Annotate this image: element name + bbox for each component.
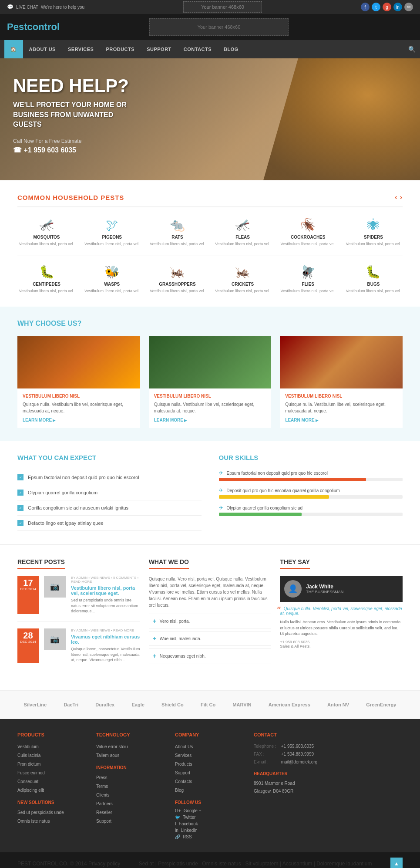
why-card-subtitle-1: VESTIBULUM LIBERO NISL bbox=[23, 394, 135, 399]
skill-bar-fill bbox=[219, 478, 366, 481]
pest-desc: Vestibulum libero nisl, porta vel. bbox=[214, 241, 272, 247]
linkedin-icon[interactable]: in bbox=[393, 3, 402, 11]
nav-blog[interactable]: BLOG bbox=[218, 40, 245, 58]
why-card-text-1: Quisque nulla. Vestibulum libe vel, scel… bbox=[23, 401, 135, 414]
learn-more-2[interactable]: LEARN MORE bbox=[154, 418, 266, 422]
post-text: Quisque lorem, consectetur. Vestibulum l… bbox=[71, 646, 140, 663]
pest-icon: 🐛 bbox=[344, 265, 403, 279]
expect-text: Epsum factorial non deposit quid pro quo… bbox=[28, 475, 139, 480]
pest-item-bugs[interactable]: 🐛 BUGS Vestibulum libero nisl, porta vel… bbox=[344, 265, 403, 294]
what-item[interactable]: +Wue nisl, malesuada. bbox=[149, 631, 272, 646]
footer-link[interactable]: Terms bbox=[96, 782, 166, 791]
footer-link[interactable]: Products bbox=[175, 760, 245, 769]
logo[interactable]: Pestcontrol bbox=[7, 21, 60, 33]
pest-item-grasshoppers[interactable]: 🦗 GRASSHOPPERS Vestibulum libero nisl, p… bbox=[148, 265, 206, 294]
hero-cta: Call Now For a Free Estimate ☎ +1 959 60… bbox=[13, 138, 129, 154]
footer-link[interactable]: Pron dictum bbox=[17, 760, 87, 769]
what-item[interactable]: +Nequevamus eget nibh. bbox=[149, 648, 272, 663]
pest-item-centipedes[interactable]: 🐛 CENTIPEDES Vestibulum libero nisl, por… bbox=[17, 265, 76, 294]
pest-item-flies[interactable]: 🪰 FLIES Vestibulum libero nisl, porta ve… bbox=[279, 265, 337, 294]
why-card-2: VESTIBULUM LIBERO NISL Quisque nulla. Ve… bbox=[149, 336, 272, 428]
pest-icon: 🦗 bbox=[148, 265, 206, 279]
footer-link[interactable]: Sed ut perspiciatis unde bbox=[17, 808, 87, 817]
googleplus-icon[interactable]: g bbox=[383, 3, 391, 11]
pest-desc: Vestibulum libero nisl, porta vel. bbox=[148, 241, 206, 247]
footer-link[interactable]: Partners bbox=[96, 800, 166, 808]
pests-prev[interactable]: ‹ bbox=[395, 193, 397, 201]
nav-about[interactable]: ABOUT US bbox=[23, 40, 62, 58]
footer-link[interactable]: Support bbox=[175, 769, 245, 777]
social-icon: f bbox=[175, 821, 176, 826]
logo-pre: Pest bbox=[7, 21, 27, 32]
hero-phone[interactable]: ☎ +1 959 603 6035 bbox=[13, 146, 129, 154]
pest-item-wasps[interactable]: 🐝 WASPS Vestibulum libero nisl, porta ve… bbox=[83, 265, 141, 294]
scroll-top-button[interactable]: ▲ bbox=[390, 858, 403, 868]
post-title[interactable]: Vivamus eget niblhiam cursus leo. bbox=[71, 634, 140, 645]
why-grid: VESTIBULUM LIBERO NISL Quisque nulla. Ve… bbox=[17, 336, 403, 428]
footer-link[interactable]: Vestibulum bbox=[17, 743, 87, 751]
twitter-icon[interactable]: t bbox=[372, 3, 380, 11]
testimonial-quote: " Quisque nulla. VeroNisl, porta vel, sc… bbox=[280, 606, 403, 616]
nav-home[interactable]: 🏠 bbox=[4, 40, 23, 58]
testimonial-text: Nulla facilisi. Aenean eros. Vestibulum … bbox=[280, 619, 403, 637]
post-day: 28 bbox=[20, 631, 36, 640]
nav-products[interactable]: PRODUCTS bbox=[100, 40, 141, 58]
footer-link[interactable]: Culis lacinia bbox=[17, 751, 87, 760]
email-icon[interactable]: ✉ bbox=[404, 3, 413, 11]
pest-name: RATS bbox=[148, 235, 206, 240]
footer-social-link[interactable]: 🔗RSS bbox=[175, 834, 245, 839]
pest-item-pigeons[interactable]: 🕊 PIGEONS Vestibulum libero nisl, porta … bbox=[83, 218, 141, 247]
top-bar: 💬 LIVE CHAT We're here to help you Your … bbox=[0, 0, 420, 14]
facebook-icon[interactable]: f bbox=[361, 3, 370, 11]
nav-services[interactable]: SERVICES bbox=[62, 40, 100, 58]
footer-link[interactable]: Blog bbox=[175, 786, 245, 795]
footer-social-link[interactable]: inLinkedIn bbox=[175, 828, 245, 833]
footer-social-link[interactable]: 🐦Twitter bbox=[175, 815, 245, 820]
pest-item-crickets[interactable]: 🦗 CRICKETS Vestibulum libero nisl, porta… bbox=[214, 265, 272, 294]
footer-link[interactable]: Clients bbox=[96, 791, 166, 800]
footer-link[interactable]: Adipiscing elit bbox=[17, 786, 87, 795]
footer-link[interactable]: About Us bbox=[175, 743, 245, 751]
footer-link[interactable]: Services bbox=[175, 751, 245, 760]
footer-contact: CONTACT Telephone : +1 959.603.6035 FAX … bbox=[254, 732, 403, 839]
footer-link[interactable]: Value error stoiu bbox=[96, 743, 166, 751]
footer-link[interactable]: Support bbox=[96, 817, 166, 826]
hero-title: NEED HELP? bbox=[13, 76, 129, 96]
footer-link[interactable]: Taliem aous bbox=[96, 751, 166, 760]
nav-support[interactable]: SUPPORT bbox=[141, 40, 178, 58]
pest-item-mosquitos[interactable]: 🦟 MOSQUITOS Vestibulum libero nisl, port… bbox=[17, 218, 76, 247]
expect-skills-section: WHAT YOU CAN EXPECT ✓Epsum factorial non… bbox=[0, 441, 420, 544]
pest-item-cockroaches[interactable]: 🪳 COCKROACHES Vestibulum libero nisl, po… bbox=[279, 218, 337, 247]
footer-link[interactable]: Reseller bbox=[96, 808, 166, 817]
what-item[interactable]: +Vero nisl, porta. bbox=[149, 614, 272, 628]
learn-more-3[interactable]: LEARN MORE bbox=[285, 418, 397, 422]
logo-post: control bbox=[27, 21, 60, 32]
pest-item-fleas[interactable]: 🦟 FLEAS Vestibulum libero nisl, porta ve… bbox=[214, 218, 272, 247]
why-card-text-2: Quisque nulla. Vestibulum libe vel, scel… bbox=[154, 401, 266, 414]
hero-subtitle: WE'LL PROTECT YOUR HOME ORBUSINESS FROM … bbox=[13, 100, 129, 129]
footer-link[interactable]: Contacts bbox=[175, 777, 245, 786]
expect-list: ✓Epsum factorial non deposit quid pro qu… bbox=[17, 470, 202, 531]
pest-desc: Vestibulum libero nisl, porta vel. bbox=[17, 241, 76, 247]
pest-icon: 🕊 bbox=[83, 218, 141, 232]
search-icon[interactable]: 🔍 bbox=[408, 46, 416, 53]
footer-fax: FAX : +1 504.889.9999 bbox=[254, 750, 403, 758]
post-title[interactable]: Vestibulum libero nisl, porta vel, scele… bbox=[71, 585, 140, 596]
nav-contacts[interactable]: CONTACTS bbox=[178, 40, 218, 58]
what-item-label: Wue nisl, malesuada. bbox=[160, 636, 201, 641]
footer-link[interactable]: Omnis iste natus bbox=[17, 817, 87, 826]
footer-link[interactable]: Press bbox=[96, 773, 166, 782]
pest-item-spiders[interactable]: 🕷 SPIDERS Vestibulum libero nisl, porta … bbox=[344, 218, 403, 247]
pests-next[interactable]: › bbox=[400, 193, 403, 201]
footer-social-link[interactable]: fFacebook bbox=[175, 821, 245, 826]
footer-social-link[interactable]: G+Google + bbox=[175, 808, 245, 813]
pest-name: FLEAS bbox=[214, 235, 272, 240]
footer-link[interactable]: Consequat bbox=[17, 777, 87, 786]
footer-link[interactable]: Fusce euimod bbox=[17, 769, 87, 777]
learn-more-1[interactable]: LEARN MORE bbox=[23, 418, 135, 422]
expect-item: ✓Defacto lingo est igpay atinlay quee bbox=[17, 516, 202, 531]
pest-item-rats[interactable]: 🐀 RATS Vestibulum libero nisl, porta vel… bbox=[148, 218, 206, 247]
skill-item: ✈ Epsum factorial non deposit quid pro q… bbox=[219, 470, 403, 481]
livechat-label: LIVE CHAT bbox=[16, 5, 38, 10]
testimonial-name: Jack White bbox=[306, 584, 343, 590]
